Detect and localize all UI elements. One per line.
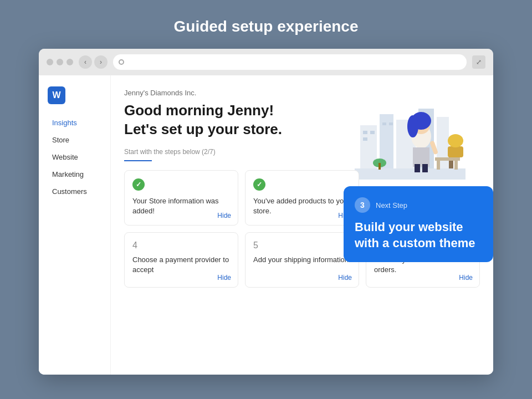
- card-check-1: [132, 178, 145, 191]
- browser-address-icon: [119, 59, 124, 65]
- browser-dot-1: [47, 59, 53, 65]
- sidebar-item-customers[interactable]: Customers: [48, 184, 101, 199]
- svg-point-19: [407, 115, 418, 137]
- svg-rect-7: [363, 137, 367, 141]
- svg-rect-12: [378, 163, 381, 170]
- app-logo: W: [48, 86, 65, 104]
- browser-back-button[interactable]: ‹: [79, 55, 92, 69]
- hide-button-5[interactable]: Hide: [338, 274, 352, 282]
- browser-forward-button[interactable]: ›: [94, 55, 108, 69]
- sidebar-nav: Insights Store Website Marketing Custome…: [48, 115, 101, 199]
- svg-rect-26: [454, 161, 458, 170]
- browser-dots: [47, 59, 73, 65]
- sidebar-item-store[interactable]: Store: [48, 132, 101, 147]
- svg-rect-5: [363, 131, 367, 134]
- next-step-number: 3: [355, 197, 370, 213]
- hide-button-1[interactable]: Hide: [217, 212, 231, 219]
- svg-rect-24: [435, 157, 460, 161]
- browser-toolbar: ‹ › ⤢: [39, 49, 493, 75]
- greeting-line2: Let's set up your store.: [124, 121, 282, 137]
- browser-window: ‹ › ⤢ W Insights Store Website Marketing…: [39, 49, 493, 375]
- card-text-4: Choose a payment provider to accept: [132, 255, 230, 275]
- next-step-header: 3 Next Step: [355, 197, 482, 213]
- card-number-5: 5: [253, 241, 351, 250]
- steps-underline: [124, 160, 152, 161]
- main-content: Jenny's Diamonds Inc. Good morning Jenny…: [111, 75, 493, 375]
- svg-point-23: [448, 134, 463, 147]
- sidebar-item-website[interactable]: Website: [48, 150, 101, 165]
- pending-card-4: 4 Choose a payment provider to accept Hi…: [124, 232, 238, 288]
- svg-rect-25: [437, 161, 440, 170]
- svg-rect-6: [370, 131, 375, 134]
- svg-rect-8: [382, 122, 386, 125]
- card-text-5: Add your shipping information.: [253, 255, 351, 265]
- app-layout: W Insights Store Website Marketing Custo…: [39, 75, 493, 375]
- svg-rect-16: [422, 164, 428, 172]
- hide-button-6[interactable]: Hide: [459, 274, 473, 282]
- completed-card-2: You've added products to your store. Hid…: [245, 170, 359, 226]
- svg-rect-22: [448, 146, 463, 157]
- browser-nav: ‹ ›: [79, 55, 108, 69]
- svg-rect-10: [355, 168, 466, 180]
- card-text-2: You've added products to your store.: [253, 196, 351, 216]
- page-title: Guided setup experience: [174, 18, 359, 35]
- browser-dot-2: [57, 59, 63, 65]
- sidebar-item-marketing[interactable]: Marketing: [48, 167, 101, 182]
- completed-card-1: Your Store information was added! Hide: [124, 170, 238, 226]
- sidebar-item-insights[interactable]: Insights: [48, 115, 101, 130]
- card-number-4: 4: [132, 241, 230, 250]
- next-step-popup: 3 Next Step Build your website with a cu…: [344, 186, 493, 262]
- hide-button-4[interactable]: Hide: [217, 274, 231, 282]
- browser-dot-3: [66, 59, 73, 65]
- browser-address-bar[interactable]: [113, 54, 467, 70]
- greeting-line1: Good morning Jenny!: [124, 102, 274, 119]
- svg-rect-15: [415, 164, 420, 172]
- svg-rect-14: [413, 147, 429, 167]
- browser-expand-button[interactable]: ⤢: [472, 55, 485, 69]
- pending-card-5: 5 Add your shipping information. Hide: [245, 232, 359, 288]
- card-text-1: Your Store information was added!: [132, 196, 230, 216]
- next-step-label: Next Step: [376, 201, 407, 209]
- next-step-title: Build your website with a custom theme: [355, 219, 482, 251]
- sidebar: W Insights Store Website Marketing Custo…: [39, 75, 111, 375]
- svg-rect-9: [389, 122, 393, 125]
- card-check-2: [253, 178, 265, 191]
